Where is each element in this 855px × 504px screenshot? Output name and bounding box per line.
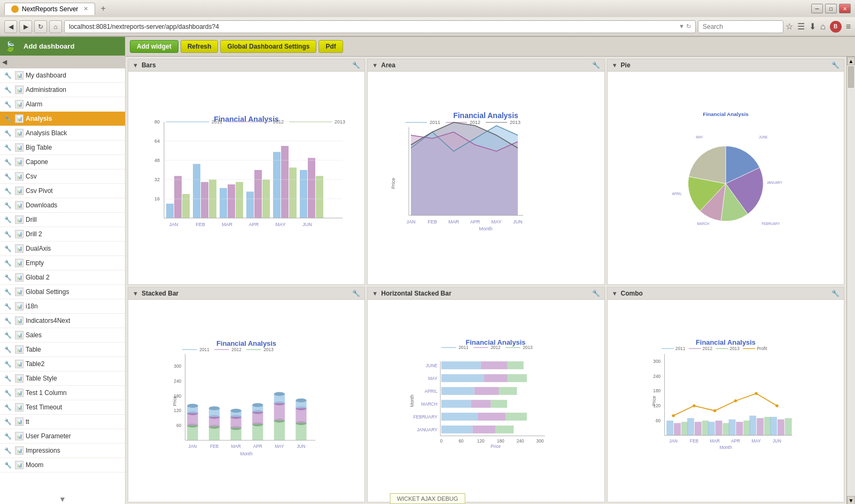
bookmark-icon[interactable]: ☆ — [786, 21, 793, 32]
new-tab-button[interactable]: + — [98, 4, 107, 13]
svg-text:Profit: Profit — [757, 346, 767, 351]
panel-collapse-arrow[interactable]: ▼ — [372, 290, 378, 297]
panel-collapse-arrow[interactable]: ▼ — [612, 62, 618, 68]
sidebar-item-my-dashboard[interactable]: 🔧 📊 My dashboard — [0, 68, 125, 83]
global-dashboard-settings-button[interactable]: Global Dashboard Settings — [220, 40, 316, 53]
svg-rect-149 — [491, 400, 508, 408]
sidebar-item-test-1-column[interactable]: 🔧 📊 Test 1 Column — [0, 386, 125, 400]
minimize-button[interactable]: ─ — [811, 4, 823, 13]
sidebar-item-administration[interactable]: 🔧 📊 Administration — [0, 83, 125, 97]
svg-rect-153 — [506, 413, 527, 421]
wrench-icon: 🔧 — [4, 332, 12, 339]
svg-text:2013: 2013 — [263, 347, 274, 352]
bookmark-list-icon[interactable]: ☰ — [797, 21, 805, 32]
svg-text:48: 48 — [154, 158, 160, 163]
item-label: Drill 2 — [26, 230, 42, 238]
tab-close-button[interactable]: ✕ — [83, 5, 88, 12]
svg-rect-155 — [441, 425, 472, 433]
sidebar-item-indicators4next[interactable]: 🔧 📊 Indicators4Next — [0, 314, 125, 328]
item-icon: 📊 — [15, 172, 24, 181]
item-icon: 📊 — [15, 273, 24, 282]
sidebar-item-dualaxis[interactable]: 🔧 📊 DualAxis — [0, 242, 125, 256]
sidebar-item-capone[interactable]: 🔧 📊 Capone — [0, 155, 125, 169]
sidebar-item-global-settings[interactable]: 🔧 📊 Global Settings — [0, 285, 125, 299]
sidebar-item-table-style[interactable]: 🔧 📊 Table Style — [0, 371, 125, 386]
refresh-button[interactable]: Refresh — [181, 40, 219, 53]
pdf-button[interactable]: Pdf — [318, 40, 343, 53]
svg-rect-145 — [499, 387, 517, 395]
panel-settings-icon[interactable]: 🔧 — [352, 290, 360, 297]
panel-settings-icon[interactable]: 🔧 — [831, 61, 840, 69]
panel-settings-icon[interactable]: 🔧 — [592, 290, 600, 297]
forward-button[interactable]: ▶ — [19, 20, 32, 33]
svg-rect-180 — [681, 422, 688, 435]
chart-area: Financial Analysis JANUARYFEBRUARYMARCHA… — [608, 72, 844, 284]
sidebar-item-moom[interactable]: 🔧 📊 Moom — [0, 458, 125, 472]
panel-settings-icon[interactable]: 🔧 — [831, 290, 840, 297]
sidebar-item-big-table[interactable]: 🔧 📊 Big Table — [0, 141, 125, 155]
wrench-icon: 🔧 — [4, 404, 12, 411]
sidebar-item-alarm[interactable]: 🔧 📊 Alarm — [0, 97, 125, 112]
svg-text:MAY: MAY — [275, 444, 284, 449]
toolbar: Add widget Refresh Global Dashboard Sett… — [126, 37, 855, 57]
profile-icon[interactable]: B — [830, 21, 842, 33]
restore-button[interactable]: □ — [825, 4, 837, 13]
chart-panel-area: ▼ Area 🔧 Financial Analysis 2011 2012 20… — [367, 59, 604, 285]
scrollbar[interactable]: ▲ ▼ — [846, 57, 855, 504]
item-icon: 📊 — [15, 143, 24, 152]
address-bar[interactable]: localhost:8081/nextreports-server/app/da… — [64, 20, 696, 33]
panel-collapse-arrow[interactable]: ▼ — [372, 62, 378, 68]
sidebar-item-table2[interactable]: 🔧 📊 Table2 — [0, 357, 125, 371]
main-content: Add widget Refresh Global Dashboard Sett… — [126, 37, 855, 504]
panel-collapse-arrow[interactable]: ▼ — [133, 290, 138, 297]
sidebar: 🍃 Add dashboard ◀ 🔧 📊 My dashboard 🔧 📊 A… — [0, 37, 126, 504]
scroll-up-button[interactable]: ▲ — [847, 57, 855, 65]
svg-rect-156 — [473, 425, 496, 433]
back-button[interactable]: ◀ — [4, 20, 17, 33]
svg-rect-152 — [478, 413, 506, 421]
search-input[interactable] — [698, 20, 783, 33]
download-icon[interactable]: ⬇ — [809, 21, 816, 32]
sidebar-item-user-parameter[interactable]: 🔧 📊 User Parameter — [0, 429, 125, 444]
panel-settings-icon[interactable]: 🔧 — [352, 61, 360, 69]
svg-text:JAN: JAN — [189, 444, 197, 449]
debug-bar[interactable]: WICKET AJAX DEBUG — [390, 493, 465, 504]
svg-rect-135 — [441, 361, 481, 369]
scrollbar-track[interactable] — [847, 65, 855, 496]
sidebar-item-sales[interactable]: 🔧 📊 Sales — [0, 328, 125, 343]
scroll-down-indicator[interactable]: ▼ — [0, 494, 125, 504]
scrollbar-thumb[interactable] — [848, 66, 854, 88]
add-widget-button[interactable]: Add widget — [130, 40, 178, 53]
sidebar-item-drill[interactable]: 🔧 📊 Drill — [0, 213, 125, 227]
sidebar-item-test-timeout[interactable]: 🔧 📊 Test Timeout — [0, 400, 125, 415]
sidebar-item-table[interactable]: 🔧 📊 Table — [0, 343, 125, 357]
close-button[interactable]: ✕ — [839, 4, 851, 13]
home-button[interactable]: ⌂ — [49, 20, 62, 33]
wrench-icon: 🔧 — [4, 87, 12, 94]
item-label: Sales — [26, 331, 42, 339]
panel-collapse-arrow[interactable]: ▼ — [133, 62, 138, 68]
sidebar-item-empty[interactable]: 🔧 📊 Empty — [0, 256, 125, 270]
sidebar-item-csv[interactable]: 🔧 📊 Csv — [0, 169, 125, 184]
panel-settings-icon[interactable]: 🔧 — [592, 61, 600, 69]
wrench-icon: 🔧 — [4, 188, 12, 195]
sidebar-item-impressions[interactable]: 🔧 📊 Impressions — [0, 444, 125, 458]
sidebar-item-drill-2[interactable]: 🔧 📊 Drill 2 — [0, 227, 125, 242]
sidebar-item-downloads[interactable]: 🔧 📊 Downloads — [0, 198, 125, 213]
sidebar-collapse-bar[interactable]: ◀ — [0, 56, 125, 68]
refresh-button[interactable]: ↻ — [34, 20, 47, 33]
sidebar-item-analysis[interactable]: 🔧 📊 Analysis — [0, 112, 125, 126]
add-dashboard-button[interactable]: Add dashboard — [19, 40, 79, 52]
panel-collapse-arrow[interactable]: ▼ — [612, 290, 618, 297]
menu-icon[interactable]: ≡ — [846, 22, 851, 32]
sidebar-item-csv-pivot[interactable]: 🔧 📊 Csv Pivot — [0, 184, 125, 198]
home-nav-icon[interactable]: ⌂ — [820, 22, 826, 32]
item-icon: 📊 — [15, 158, 24, 166]
item-label: i18n — [26, 303, 38, 310]
sidebar-item-tt[interactable]: 🔧 📊 tt — [0, 415, 125, 429]
item-label: User Parameter — [26, 432, 71, 440]
sidebar-item-analysis-black[interactable]: 🔧 📊 Analysis Black — [0, 126, 125, 141]
sidebar-item-i18n[interactable]: 🔧 📊 i18n — [0, 299, 125, 314]
sidebar-item-global-2[interactable]: 🔧 📊 Global 2 — [0, 270, 125, 285]
scroll-down-button[interactable]: ▼ — [847, 496, 855, 504]
